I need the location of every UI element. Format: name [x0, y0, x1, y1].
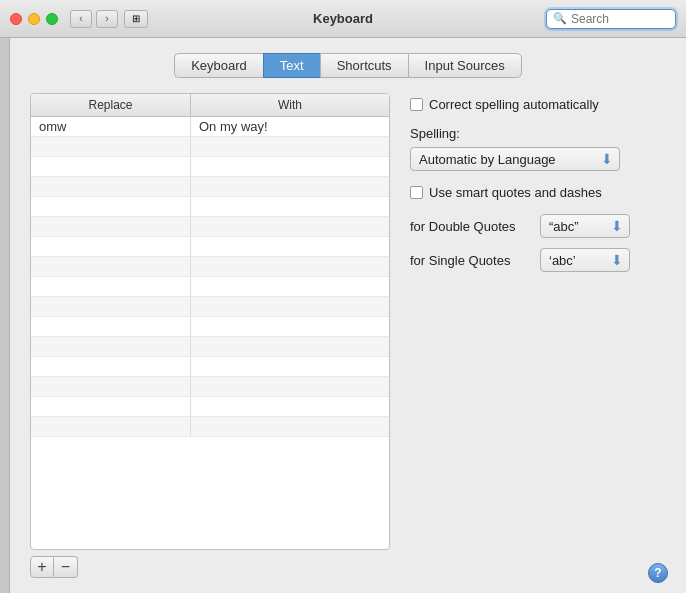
spelling-dropdown[interactable]: Automatic by Language ⬇︎	[410, 147, 620, 171]
table-row[interactable]	[31, 357, 389, 377]
spelling-label: Spelling:	[410, 126, 666, 141]
maximize-button[interactable]	[46, 13, 58, 25]
table-header: Replace With	[31, 94, 389, 117]
table-row[interactable]	[31, 217, 389, 237]
left-sidebar	[0, 38, 10, 593]
spelling-dropdown-row: Automatic by Language ⬇︎	[410, 147, 666, 171]
traffic-lights	[10, 13, 58, 25]
text-table: Replace With omw On my way!	[30, 93, 390, 550]
bottom-bar: ?	[648, 563, 668, 583]
cell-replace: omw	[31, 117, 191, 136]
single-quotes-label: for Single Quotes	[410, 253, 530, 268]
tabs: Keyboard Text Shortcuts Input Sources	[30, 53, 666, 78]
double-quotes-dropdown[interactable]: “abc” ⬇︎	[540, 214, 630, 238]
table-rows: omw On my way!	[31, 117, 389, 437]
search-input[interactable]	[571, 12, 669, 26]
single-quotes-arrow-icon: ⬇︎	[611, 252, 623, 268]
col-replace-header: Replace	[31, 94, 191, 116]
add-entry-button[interactable]: +	[30, 556, 54, 578]
table-row[interactable]	[31, 297, 389, 317]
table-row[interactable]: omw On my way!	[31, 117, 389, 137]
table-row[interactable]	[31, 177, 389, 197]
table-row[interactable]	[31, 137, 389, 157]
spelling-dropdown-value: Automatic by Language	[419, 152, 556, 167]
cell-with: On my way!	[191, 117, 389, 136]
search-icon: 🔍	[553, 12, 567, 25]
close-button[interactable]	[10, 13, 22, 25]
smart-quotes-row: Use smart quotes and dashes	[410, 185, 666, 200]
table-row[interactable]	[31, 337, 389, 357]
table-section: Replace With omw On my way!	[30, 93, 390, 578]
table-buttons: + −	[30, 556, 390, 578]
table-row[interactable]	[31, 397, 389, 417]
single-quotes-value: ‘abc’	[549, 253, 576, 268]
col-with-header: With	[191, 94, 389, 116]
tab-input-sources[interactable]: Input Sources	[408, 53, 522, 78]
panel: Keyboard Text Shortcuts Input Sources Re…	[10, 38, 686, 593]
smart-quotes-checkbox[interactable]	[410, 186, 423, 199]
search-box[interactable]: 🔍	[546, 9, 676, 29]
table-row[interactable]	[31, 417, 389, 437]
correct-spelling-row: Correct spelling automatically	[410, 97, 666, 112]
table-row[interactable]	[31, 197, 389, 217]
double-quotes-value: “abc”	[549, 219, 579, 234]
table-row[interactable]	[31, 377, 389, 397]
forward-button[interactable]: ›	[96, 10, 118, 28]
spelling-section: Spelling: Automatic by Language ⬇︎	[410, 126, 666, 171]
table-row[interactable]	[31, 257, 389, 277]
back-button[interactable]: ‹	[70, 10, 92, 28]
table-row[interactable]	[31, 237, 389, 257]
tab-text[interactable]: Text	[263, 53, 320, 78]
remove-entry-button[interactable]: −	[54, 556, 78, 578]
spelling-dropdown-arrow-icon: ⬇︎	[601, 151, 613, 167]
title-bar: ‹ › ⊞ Keyboard 🔍	[0, 0, 686, 38]
minimize-button[interactable]	[28, 13, 40, 25]
tab-shortcuts[interactable]: Shortcuts	[320, 53, 408, 78]
content-area: Replace With omw On my way!	[30, 93, 666, 578]
double-quotes-row: for Double Quotes “abc” ⬇︎	[410, 214, 666, 238]
single-quotes-dropdown[interactable]: ‘abc’ ⬇︎	[540, 248, 630, 272]
smart-quotes-label: Use smart quotes and dashes	[429, 185, 602, 200]
quotes-section: for Double Quotes “abc” ⬇︎ for Single Qu…	[410, 214, 666, 272]
correct-spelling-label: Correct spelling automatically	[429, 97, 599, 112]
right-section: Correct spelling automatically Spelling:…	[410, 93, 666, 578]
main-content: Keyboard Text Shortcuts Input Sources Re…	[0, 38, 686, 593]
tab-keyboard[interactable]: Keyboard	[174, 53, 263, 78]
window-title: Keyboard	[313, 11, 373, 26]
help-button[interactable]: ?	[648, 563, 668, 583]
table-row[interactable]	[31, 317, 389, 337]
grid-button[interactable]: ⊞	[124, 10, 148, 28]
single-quotes-row: for Single Quotes ‘abc’ ⬇︎	[410, 248, 666, 272]
correct-spelling-checkbox[interactable]	[410, 98, 423, 111]
table-row[interactable]	[31, 157, 389, 177]
double-quotes-arrow-icon: ⬇︎	[611, 218, 623, 234]
nav-buttons: ‹ ›	[70, 10, 118, 28]
double-quotes-label: for Double Quotes	[410, 219, 530, 234]
table-row[interactable]	[31, 277, 389, 297]
